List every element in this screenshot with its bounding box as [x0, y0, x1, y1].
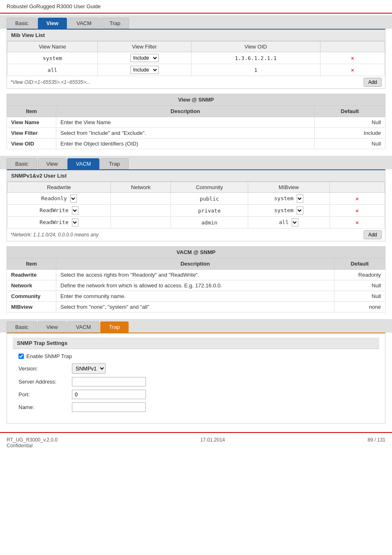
cell-view-name-2: all [7, 64, 98, 76]
version-row: Version: SNMPv1 SNMPv2 [18, 363, 374, 374]
mib-view-section: Mib View List View Name View Filter View… [7, 29, 385, 89]
col-view-oid: View OID [191, 42, 320, 52]
cell-delete-1[interactable]: ✕ [320, 52, 385, 64]
tab-vacm-1[interactable]: VACM [68, 18, 100, 29]
mib-select-1[interactable]: systemallnone [297, 194, 303, 203]
footer-doc-id: RT_UG_R3000_v.2.0.0 [7, 437, 58, 443]
col-desc-vacm: Description [56, 258, 334, 270]
item-readwrite: Readwrite [7, 270, 56, 280]
col-default-vs: Default [314, 106, 385, 117]
default-mibview: none [334, 302, 385, 312]
port-row: Port: [18, 390, 374, 399]
version-label: Version: [18, 365, 72, 372]
hint-row-2: *Network: 1.1.1.0/24, 0.0.0.0 means any … [7, 229, 385, 241]
col-default-vacm: Default [334, 258, 385, 270]
desc-readwrite: Select the access rights from "Readonly"… [56, 270, 334, 280]
version-select[interactable]: SNMPv1 SNMPv2 [72, 363, 106, 374]
tab-view-2[interactable]: View [38, 158, 67, 169]
mib-select-2[interactable]: systemallnone [297, 206, 303, 215]
table-row: MIBview Select from "none", "system" and… [7, 302, 385, 312]
default-viewfilter: Include [314, 128, 385, 139]
col-item-vs: Item [7, 106, 56, 117]
mib-view-table: View Name View Filter View OID system In… [7, 41, 385, 88]
footer-date: 17.01.2014 [200, 437, 225, 449]
tab-basic-3[interactable]: Basic [7, 321, 37, 333]
cell-net-2 [111, 205, 171, 217]
default-readwrite: Readonly [334, 270, 385, 280]
col-actions-2 [330, 182, 385, 193]
view-oid-hint: *View OID:<1~65535>.<1~65535>... [7, 76, 321, 89]
add-button-2[interactable]: Add [364, 230, 381, 239]
cell-mib-3: all systemallnone [248, 217, 330, 229]
footer-page: 89 / 131 [368, 437, 385, 449]
snmp-user-section: SNMPv1&v2 User List Readwrite Network Co… [7, 169, 385, 241]
view-filter-select-2[interactable]: Include Exclude [130, 66, 159, 74]
name-input[interactable] [72, 402, 146, 412]
item-viewname: View Name [7, 117, 56, 128]
desc-viewoid: Enter the Object Identifiers (OID) [56, 139, 315, 149]
enable-snmp-trap-label: Enable SNMP Trap [26, 353, 72, 359]
delete-user-icon-3[interactable]: ✕ [355, 219, 359, 226]
trap-title: SNMP Trap Settings [13, 338, 379, 349]
table-row: ReadWrite ReadonlyReadWrite admin all sy… [7, 217, 385, 229]
delete-user-icon-2[interactable]: ✕ [355, 207, 359, 214]
cell-del-u1[interactable]: ✕ [330, 193, 385, 205]
tab-trap-3[interactable]: Trap [100, 321, 128, 333]
tab-view-3[interactable]: View [38, 321, 67, 333]
view-snmp-info: View @ SNMP Item Description Default Vie… [7, 94, 385, 149]
tab-trap-1[interactable]: Trap [101, 18, 129, 29]
vacm-snmp-title: VACM @ SNMP [7, 247, 385, 258]
cell-net-3 [111, 217, 171, 229]
cell-rw-1: Readonly ReadonlyReadWrite [7, 193, 111, 205]
table-row: Network Define the network from which is… [7, 280, 385, 291]
delete-icon-2[interactable]: ✕ [351, 67, 354, 73]
cell-view-oid-2: 1 [191, 64, 320, 76]
delete-icon-1[interactable]: ✕ [351, 55, 354, 61]
cell-comm-1: public [171, 193, 248, 205]
add-button-1[interactable]: Add [364, 78, 381, 87]
col-desc-vs: Description [56, 106, 315, 117]
item-community: Community [7, 291, 56, 302]
snmp-user-title: SNMPv1&v2 User List [7, 170, 385, 182]
tab-vacm-3[interactable]: VACM [67, 321, 100, 333]
cell-del-u2[interactable]: ✕ [330, 205, 385, 217]
col-view-name: View Name [7, 42, 98, 52]
cell-view-oid-1: 1.3.6.1.2.1.1 [191, 52, 320, 64]
cell-delete-2[interactable]: ✕ [320, 64, 385, 76]
tab-basic-2[interactable]: Basic [7, 158, 37, 169]
tab-trap-2[interactable]: Trap [100, 158, 128, 169]
desc-network: Define the network from which is allowed… [56, 280, 334, 291]
item-viewfilter: View Filter [7, 128, 56, 139]
port-input[interactable] [72, 390, 146, 399]
table-row: View OID Enter the Object Identifiers (O… [7, 139, 385, 149]
tab-view-1[interactable]: View [38, 18, 67, 29]
tab-basic-1[interactable]: Basic [7, 18, 37, 29]
table-row: View Filter Select from "Include" and "E… [7, 128, 385, 139]
tab-bar-2: Basic View VACM Trap [0, 156, 392, 169]
rw-select-2[interactable]: ReadonlyReadWrite [72, 206, 78, 215]
add-cell-2: Add [330, 229, 385, 241]
tab-bar-3: Basic View VACM Trap [0, 319, 392, 333]
item-viewoid: View OID [7, 139, 56, 149]
rw-select-3[interactable]: ReadonlyReadWrite [72, 218, 78, 227]
enable-snmp-trap-checkbox[interactable] [18, 354, 24, 359]
item-mibview: MIBview [7, 302, 56, 312]
view-filter-select-1[interactable]: Include Exclude [130, 54, 159, 62]
col-community: Community [171, 182, 248, 193]
delete-user-icon-1[interactable]: ✕ [355, 195, 359, 202]
server-address-row: Server Address: [18, 377, 374, 386]
mib-select-3[interactable]: systemallnone [292, 218, 298, 227]
rw-select-1[interactable]: ReadonlyReadWrite [70, 194, 77, 203]
desc-mibview: Select from "none", "system" and "all" [56, 302, 334, 312]
cell-rw-2: ReadWrite ReadonlyReadWrite [7, 205, 111, 217]
col-actions-1 [320, 42, 385, 52]
footer-confidential: Confidential [7, 443, 58, 449]
mib-view-title: Mib View List [7, 30, 385, 41]
cell-rw-3: ReadWrite ReadonlyReadWrite [7, 217, 111, 229]
desc-community: Enter the community name. [56, 291, 334, 302]
server-address-input[interactable] [72, 377, 146, 386]
table-row: View Name Enter the View Name Null [7, 117, 385, 128]
cell-mib-1: system systemallnone [248, 193, 330, 205]
tab-vacm-2[interactable]: VACM [67, 158, 100, 169]
cell-del-u3[interactable]: ✕ [330, 217, 385, 229]
